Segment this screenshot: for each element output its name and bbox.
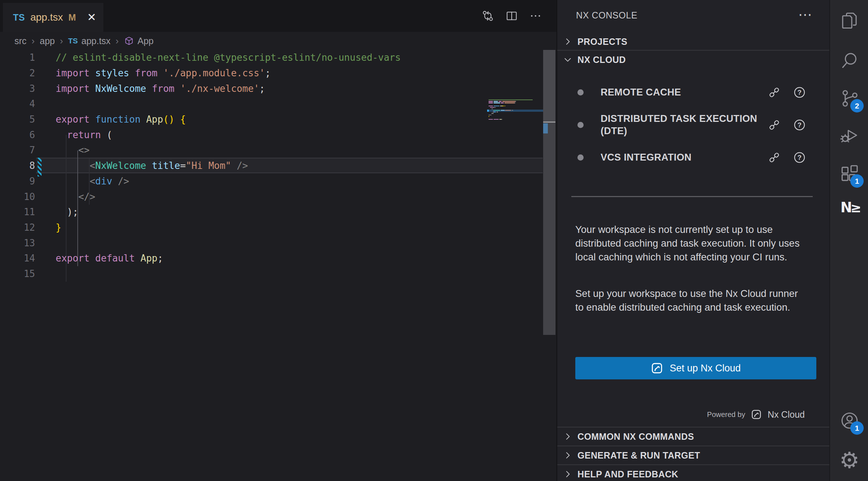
section-label: NX CLOUD	[577, 55, 626, 65]
typescript-file-icon: TS	[13, 12, 25, 23]
badge: 1	[850, 421, 864, 435]
chevron-down-icon	[563, 55, 572, 64]
divider	[571, 196, 813, 197]
section-common-nx-commands[interactable]: COMMON NX COMMANDS	[557, 428, 829, 445]
minimap-line	[489, 119, 502, 120]
item-label: VCS INTEGRATION	[601, 151, 760, 163]
help-icon[interactable]: ?	[793, 118, 806, 132]
run-debug-icon	[839, 125, 860, 146]
line-number: 15	[0, 268, 35, 279]
line-number: 5	[0, 114, 35, 125]
activity-item-source-control[interactable]: 2	[830, 81, 868, 116]
connect-icon[interactable]	[768, 151, 781, 164]
section-help-and-feedback[interactable]: HELP AND FEEDBACK	[557, 466, 829, 481]
help-icon[interactable]: ?	[793, 86, 806, 99]
code-line-13: 13	[0, 235, 557, 251]
code-line-7: 7 <>	[0, 142, 557, 158]
setup-nx-cloud-button[interactable]: Set up Nx Cloud	[575, 357, 816, 379]
divider	[557, 464, 829, 465]
activity-item-search[interactable]	[830, 43, 868, 78]
code-line-4: 4	[0, 96, 557, 112]
code-editor[interactable]: 1// eslint-disable-next-line @typescript…	[0, 50, 557, 481]
nx-cloud-item-vcs-integration[interactable]: VCS INTEGRATION?	[557, 141, 829, 174]
line-number: 8	[0, 160, 35, 171]
section-label: HELP AND FEEDBACK	[577, 469, 678, 480]
code-line-2: 2import styles from './app.module.css';	[0, 65, 557, 81]
code-line-1: 1// eslint-disable-next-line @typescript…	[0, 50, 557, 65]
line-content: </>	[56, 191, 95, 202]
activity-item-settings[interactable]: ⚙	[830, 443, 868, 478]
section-generate-run-target[interactable]: GENERATE & RUN TARGET	[557, 447, 829, 464]
code-lines: 1// eslint-disable-next-line @typescript…	[0, 50, 557, 281]
line-content: // eslint-disable-next-line @typescript-…	[56, 52, 401, 63]
code-line-14: 14export default App;	[0, 251, 557, 266]
help-icon[interactable]: ?	[793, 151, 806, 164]
minimap-line	[489, 108, 493, 109]
item-label: REMOTE CACHE	[601, 86, 760, 98]
section-label: GENERATE & RUN TARGET	[577, 450, 700, 461]
symbol-cube-icon	[124, 36, 134, 46]
line-number: 2	[0, 68, 35, 78]
nx-console-panel: NX CONSOLE ⋯ PROJECTS NX CLOUD REMOTE CA…	[557, 0, 829, 481]
code-line-8: 8 <NxWelcome title="Hi Mom" />	[0, 158, 557, 174]
split-editor-icon[interactable]	[505, 9, 518, 22]
breadcrumb-item-src[interactable]: src	[14, 36, 26, 46]
line-content: export default App;	[56, 253, 163, 264]
setup-button-label: Set up Nx Cloud	[670, 363, 741, 374]
powered-by-label: Powered by	[707, 410, 745, 419]
nx-cloud-item-remote-cache[interactable]: REMOTE CACHE?	[557, 76, 829, 108]
close-icon[interactable]: ✕	[87, 12, 96, 23]
minimap[interactable]	[487, 99, 543, 128]
status-dot	[577, 89, 584, 95]
activity-item-run-debug[interactable]	[830, 118, 868, 153]
setup-hint-text: Set up your workspace to use the Nx Clou…	[575, 287, 808, 314]
tab-app-tsx[interactable]: TS app.tsx M ✕	[3, 3, 103, 32]
activity-item-extensions[interactable]: 1	[830, 156, 868, 191]
minimap-line	[489, 107, 496, 108]
modified-badge: M	[68, 12, 76, 23]
workspace-status-text: Your workspace is not currently set up t…	[575, 223, 808, 264]
overview-ruler-modified-marker	[543, 123, 548, 133]
minimap-line	[489, 115, 491, 115]
line-content: );	[56, 207, 78, 217]
line-number: 14	[0, 253, 35, 264]
line-number: 11	[0, 207, 35, 217]
breadcrumb-item-app[interactable]: app	[40, 36, 55, 46]
breadcrumb-label: app.tsx	[81, 36, 111, 46]
tab-title: app.tsx	[30, 12, 63, 23]
section-projects[interactable]: PROJECTS	[557, 33, 829, 50]
nx-cloud-item-distributed-task-execution-dte[interactable]: DISTRIBUTED TASK EXECUTION (DTE)?	[557, 108, 829, 141]
scrollbar[interactable]	[543, 50, 555, 335]
line-number: 4	[0, 98, 35, 109]
connect-icon[interactable]	[768, 118, 781, 132]
panel-title: NX CONSOLE	[576, 10, 637, 21]
editor-region: TS app.tsx M ✕ src›app›TSapp.tsx›App 1//…	[0, 0, 557, 481]
section-label: PROJECTS	[577, 37, 627, 47]
chevron-right-icon	[563, 469, 572, 479]
line-number: 1	[0, 52, 35, 63]
breadcrumb: src›app›TSapp.tsx›App	[0, 32, 571, 50]
line-number: 6	[0, 129, 35, 140]
breadcrumb-item-app-tsx[interactable]: TSapp.tsx	[68, 36, 110, 46]
breadcrumb-item-app[interactable]: App	[124, 36, 154, 46]
item-actions: ?	[768, 86, 806, 99]
more-actions-icon[interactable]: ⋯	[798, 7, 812, 22]
breadcrumb-separator: ›	[116, 35, 119, 47]
code-line-3: 3import NxWelcome from './nx-welcome';	[0, 81, 557, 96]
line-content: <NxWelcome title="Hi Mom" />	[56, 160, 248, 171]
badge: 2	[850, 99, 864, 112]
open-changes-icon[interactable]	[481, 9, 494, 22]
code-line-9: 9 <div />	[0, 174, 557, 189]
editor-actions	[481, 0, 542, 32]
more-actions-icon[interactable]	[529, 9, 542, 22]
nx-cloud-logo-icon	[751, 409, 762, 420]
activity-item-nx-console[interactable]: N≥	[830, 190, 868, 225]
line-number: 7	[0, 145, 35, 156]
section-nx-cloud[interactable]: NX CLOUD	[557, 51, 829, 68]
activity-item-explorer[interactable]	[830, 3, 868, 38]
activity-item-account[interactable]: 1	[830, 403, 868, 438]
divider	[557, 50, 829, 51]
scrollbar-slider	[543, 50, 555, 122]
code-line-11: 11 );	[0, 204, 557, 220]
connect-icon[interactable]	[768, 86, 781, 99]
